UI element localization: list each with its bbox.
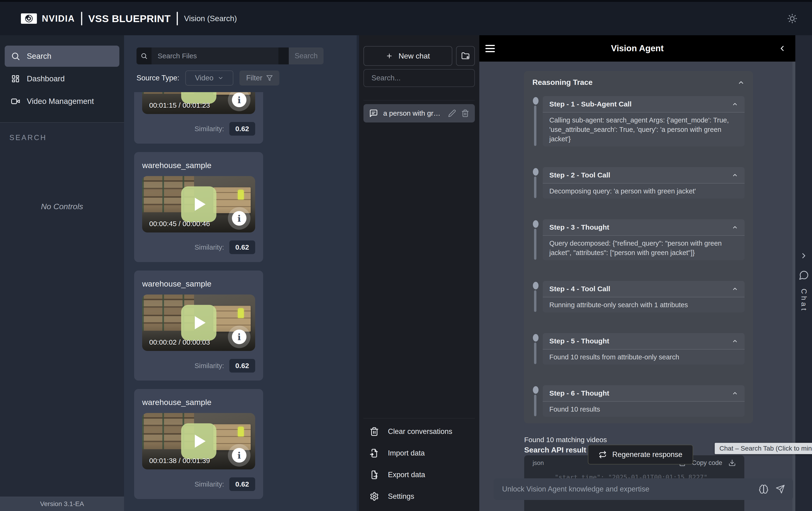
result-card[interactable]: 00:01:15 / 00:01:23 Similarity: 0.62 [134, 92, 263, 144]
sidebar-item-label: Dashboard [27, 74, 65, 83]
app-title: VSS BLUEPRINT [88, 13, 171, 24]
sidebar-item-video-management[interactable]: Video Management [5, 91, 119, 112]
gear-icon [370, 492, 379, 501]
search-results-panel: Search Source Type: Video Filter [124, 35, 359, 511]
regenerate-response-button[interactable]: Regenerate response [588, 445, 693, 464]
step-header[interactable]: Step - 1 - Sub-Agent Call [543, 96, 745, 112]
step-header[interactable]: Step - 3 - Thought [543, 219, 745, 235]
theme-toggle-sun-icon[interactable] [787, 13, 798, 24]
vision-agent-panel: Vision Agent Reasoning Trace [479, 35, 795, 511]
video-thumbnail[interactable]: 00:01:15 / 00:01:23 [142, 92, 255, 114]
results-list[interactable]: 00:01:15 / 00:01:23 Similarity: 0.62 war… [124, 92, 357, 511]
chevron-up-icon[interactable] [732, 224, 738, 230]
step-header[interactable]: Step - 6 - Thought [543, 385, 745, 401]
sidebar-search-section: SEARCH No Controls [0, 123, 124, 496]
play-button[interactable] [181, 423, 216, 459]
hamburger-menu-icon[interactable] [486, 45, 495, 52]
result-card[interactable]: warehouse_sample 00:01:38 / 00:01:39 Sim… [134, 389, 263, 499]
sidebar-item-search[interactable]: Search [5, 46, 119, 67]
message-square-icon [369, 109, 378, 118]
timeline-stem [534, 106, 536, 146]
trace-step: Step - 1 - Sub-Agent Call Calling sub-ag… [543, 96, 745, 146]
chevron-up-icon[interactable] [732, 286, 738, 292]
chevron-up-icon[interactable] [732, 390, 738, 396]
search-api-result-heading: Search API result (J [524, 446, 595, 454]
similarity-row: Similarity: 0.62 [142, 122, 255, 136]
info-icon[interactable] [228, 207, 251, 230]
video-thumbnail[interactable]: 00:00:02 / 00:00:03 [142, 294, 255, 351]
result-card[interactable]: warehouse_sample 00:00:02 / 00:00:03 Sim… [134, 271, 263, 380]
play-button[interactable] [181, 305, 216, 341]
similarity-score: 0.62 [229, 240, 255, 254]
search-button[interactable]: Search [289, 48, 323, 64]
agent-message-input[interactable] [502, 485, 752, 493]
search-files-input[interactable] [151, 48, 279, 64]
edit-pencil-icon[interactable] [448, 109, 456, 117]
timeline-dot [533, 168, 539, 176]
result-title: warehouse_sample [142, 397, 255, 407]
send-icon[interactable] [776, 484, 785, 494]
chat-tab-label: Chat [800, 289, 808, 312]
vision-agent-header: Vision Agent [479, 35, 795, 62]
step-body: Decomposing query: 'a person with green … [543, 183, 745, 199]
export-data-button[interactable]: Export data [364, 464, 475, 486]
chat-side-tab[interactable]: Chat [795, 35, 812, 511]
step-header[interactable]: Step - 5 - Thought [543, 333, 745, 349]
file-export-icon [370, 470, 379, 480]
reasoning-trace-header[interactable]: Reasoning Trace [532, 78, 745, 87]
clear-conversations-button[interactable]: Clear conversations [364, 421, 475, 443]
step-header-label: Step - 5 - Thought [549, 337, 609, 345]
similarity-row: Similarity: 0.62 [142, 359, 255, 373]
trace-steps: Step - 1 - Sub-Agent Call Calling sub-ag… [543, 96, 745, 417]
step-body: Calling sub-agent: search_agent Args: {'… [543, 112, 745, 146]
filter-button[interactable]: Filter [239, 70, 279, 86]
chevron-up-icon[interactable] [732, 338, 738, 344]
chevron-left-icon[interactable] [778, 44, 786, 53]
info-icon[interactable] [228, 444, 251, 466]
filter-label: Filter [246, 74, 262, 82]
video-thumbnail[interactable]: 00:01:38 / 00:01:39 [142, 413, 255, 470]
step-header[interactable]: Step - 2 - Tool Call [543, 167, 745, 183]
source-type-dropdown[interactable]: Video [185, 70, 233, 86]
chevron-up-icon[interactable] [737, 79, 745, 86]
step-body: Running attribute-only search with 1 att… [543, 297, 745, 312]
delete-trash-icon[interactable] [461, 109, 469, 117]
menu-item-label: Clear conversations [388, 427, 452, 436]
play-button[interactable] [181, 187, 216, 222]
step-card: Step - 4 - Tool Call Running attribute-o… [543, 281, 745, 312]
step-body: Found 10 results from attribute-only sea… [543, 349, 745, 365]
clip-time-range: 00:00:45 / 00:00:46 [149, 220, 210, 228]
result-card[interactable]: warehouse_sample 00:00:45 / 00:00:46 Sim… [134, 152, 263, 262]
chevron-up-icon[interactable] [732, 172, 738, 178]
menu-item-label: Settings [388, 492, 414, 501]
timeline-stem [534, 176, 536, 198]
conversation-item[interactable]: a person with green ja... [364, 104, 475, 122]
copy-code-button[interactable]: Copy code [692, 459, 722, 466]
import-data-button[interactable]: Import data [364, 443, 475, 464]
sidebar-item-dashboard[interactable]: Dashboard [5, 68, 119, 89]
agent-input-bar [494, 478, 793, 500]
top-bar: NVIDIA VSS BLUEPRINT Vision (Search) [0, 0, 812, 35]
menu-item-label: Export data [388, 471, 425, 479]
chevron-right-icon[interactable] [800, 252, 808, 260]
brand: NVIDIA [21, 13, 75, 24]
chat-bubble-icon[interactable] [799, 270, 809, 281]
download-icon[interactable] [728, 459, 736, 466]
conversation-search-input[interactable] [364, 69, 475, 87]
settings-button[interactable]: Settings [364, 486, 475, 507]
timeline-stem [534, 342, 536, 364]
brain-icon[interactable] [759, 484, 768, 494]
conversations-panel: New chat a person with green ja... [359, 35, 479, 511]
timeline-dot [533, 97, 539, 105]
funnel-icon [266, 75, 273, 81]
sidebar-nav: Search Dashboard Video Management [0, 35, 124, 113]
new-folder-button[interactable] [456, 46, 475, 66]
step-header-label: Step - 3 - Thought [549, 223, 609, 231]
source-type-row: Source Type: Video Filter [137, 70, 357, 86]
step-header[interactable]: Step - 4 - Tool Call [543, 281, 745, 297]
step-card: Step - 5 - Thought Found 10 results from… [543, 333, 745, 365]
chevron-up-icon[interactable] [732, 101, 738, 107]
new-chat-button[interactable]: New chat [364, 46, 452, 66]
video-thumbnail[interactable]: 00:00:45 / 00:00:46 [142, 176, 255, 232]
info-icon[interactable] [228, 325, 251, 348]
